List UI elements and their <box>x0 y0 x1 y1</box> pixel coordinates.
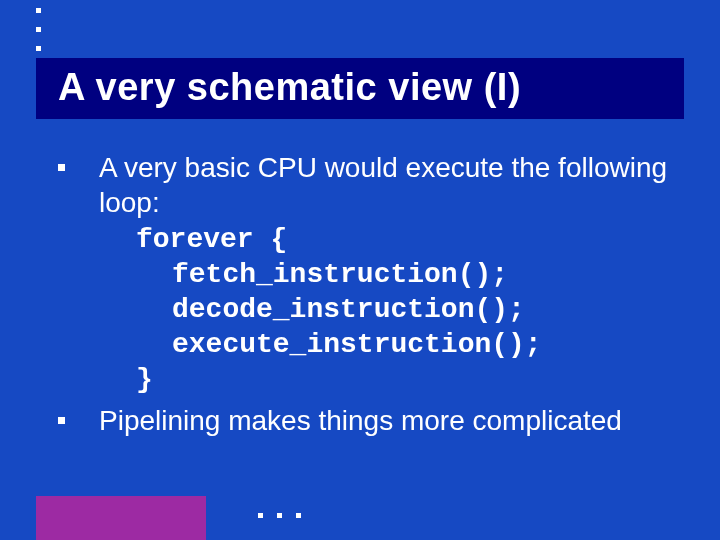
code-line: decode_instruction(); <box>136 292 684 327</box>
decoration-dots-top <box>36 8 41 51</box>
bullet-text: Pipelining makes things more complicated <box>99 403 622 438</box>
code-line: fetch_instruction(); <box>136 257 684 292</box>
dot-icon <box>36 46 41 51</box>
bullet-icon <box>58 164 65 171</box>
bullet-icon <box>58 417 65 424</box>
code-line: forever { <box>136 222 684 257</box>
code-block: forever { fetch_instruction(); decode_in… <box>136 222 684 397</box>
bullet-text: A very basic CPU would execute the follo… <box>99 150 684 220</box>
slide-title-bar: A very schematic view (I) <box>36 58 684 119</box>
dot-icon <box>296 513 301 518</box>
slide-content: A very basic CPU would execute the follo… <box>58 150 684 440</box>
code-line: } <box>136 362 684 397</box>
dot-icon <box>277 513 282 518</box>
accent-decoration <box>36 496 206 540</box>
decoration-dots-bottom <box>258 513 301 518</box>
dot-icon <box>36 8 41 13</box>
code-line: execute_instruction(); <box>136 327 684 362</box>
bullet-item: A very basic CPU would execute the follo… <box>58 150 684 220</box>
dot-icon <box>258 513 263 518</box>
bullet-item: Pipelining makes things more complicated <box>58 403 684 438</box>
dot-icon <box>36 27 41 32</box>
slide-title: A very schematic view (I) <box>58 66 662 109</box>
